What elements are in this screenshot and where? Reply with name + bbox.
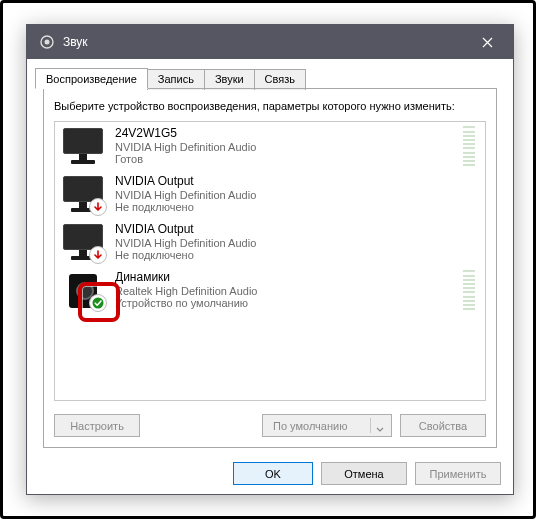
device-row[interactable]: NVIDIA Output NVIDIA High Definition Aud… — [55, 170, 485, 218]
device-status: Не подключено — [115, 249, 479, 262]
button-label: Свойства — [419, 420, 467, 432]
svg-point-1 — [45, 40, 50, 45]
cancel-button[interactable]: Отмена — [321, 462, 407, 485]
device-list[interactable]: 24V2W1G5 NVIDIA High Definition Audio Го… — [54, 121, 486, 401]
tab-playback[interactable]: Воспроизведение — [35, 68, 148, 89]
device-text: NVIDIA Output NVIDIA High Definition Aud… — [115, 223, 479, 262]
device-driver: NVIDIA High Definition Audio — [115, 141, 453, 154]
close-button[interactable] — [465, 27, 509, 57]
monitor-icon — [61, 126, 105, 166]
device-icon-monitor — [61, 126, 105, 166]
device-name: NVIDIA Output — [115, 175, 479, 189]
device-row[interactable]: 24V2W1G5 NVIDIA High Definition Audio Го… — [55, 122, 485, 170]
button-label: Применить — [430, 468, 487, 480]
ok-button[interactable]: OK — [233, 462, 313, 485]
device-status: Готов — [115, 153, 453, 166]
button-label: Отмена — [344, 468, 383, 480]
button-label: OK — [265, 468, 281, 480]
svg-point-2 — [93, 298, 104, 309]
arrow-down-icon — [92, 249, 104, 261]
device-text: NVIDIA Output NVIDIA High Definition Aud… — [115, 175, 479, 214]
device-icon-monitor — [61, 174, 105, 214]
spacer — [148, 414, 254, 437]
level-meter — [463, 270, 475, 310]
device-text: 24V2W1G5 NVIDIA High Definition Audio Го… — [115, 127, 453, 166]
level-meter — [463, 126, 475, 166]
arrow-down-icon — [92, 201, 104, 213]
device-row[interactable]: NVIDIA Output NVIDIA High Definition Aud… — [55, 218, 485, 266]
device-driver: NVIDIA High Definition Audio — [115, 189, 479, 202]
dialog-title: Звук — [63, 35, 465, 49]
tab-label: Связь — [265, 73, 295, 85]
device-driver: NVIDIA High Definition Audio — [115, 237, 479, 250]
apply-button: Применить — [415, 462, 501, 485]
dialog-button-row: OK Отмена Применить — [27, 456, 513, 497]
titlebar: Звук — [27, 25, 513, 59]
device-row[interactable]: Динамики Realtek High Definition Audio У… — [55, 266, 485, 314]
configure-button: Настроить — [54, 414, 140, 437]
button-label: По умолчанию — [273, 420, 347, 432]
device-name: Динамики — [115, 271, 453, 285]
tab-communications[interactable]: Связь — [254, 69, 306, 90]
device-name: NVIDIA Output — [115, 223, 479, 237]
device-status: Устройство по умолчанию — [115, 297, 453, 310]
chevron-down-icon — [376, 423, 384, 435]
tab-label: Запись — [158, 73, 194, 85]
tab-label: Звуки — [215, 73, 244, 85]
button-label: Настроить — [70, 420, 124, 432]
device-name: 24V2W1G5 — [115, 127, 453, 141]
set-default-button: По умолчанию — [262, 414, 392, 437]
tab-sounds[interactable]: Звуки — [204, 69, 255, 90]
dialog-system-icon — [39, 34, 55, 50]
close-icon — [482, 37, 493, 48]
device-status: Не подключено — [115, 201, 479, 214]
device-text: Динамики Realtek High Definition Audio У… — [115, 271, 453, 310]
tabstrip: Воспроизведение Запись Звуки Связь — [35, 67, 505, 88]
tab-label: Воспроизведение — [46, 73, 137, 85]
properties-button: Свойства — [400, 414, 486, 437]
check-icon — [92, 297, 104, 309]
panel-hint: Выберите устройство воспроизведения, пар… — [54, 99, 486, 113]
device-driver: Realtek High Definition Audio — [115, 285, 453, 298]
tab-recording[interactable]: Запись — [147, 69, 205, 90]
tab-panel: Выберите устройство воспроизведения, пар… — [43, 88, 497, 448]
tabs-area: Воспроизведение Запись Звуки Связь Выбер… — [27, 59, 513, 448]
default-badge — [89, 294, 107, 312]
device-icon-monitor — [61, 222, 105, 262]
device-icon-speaker — [61, 270, 105, 310]
sound-dialog: Звук Воспроизведение Запись Звуки Связь … — [26, 24, 514, 495]
panel-button-row: Настроить По умолчанию Свойства — [54, 414, 486, 437]
